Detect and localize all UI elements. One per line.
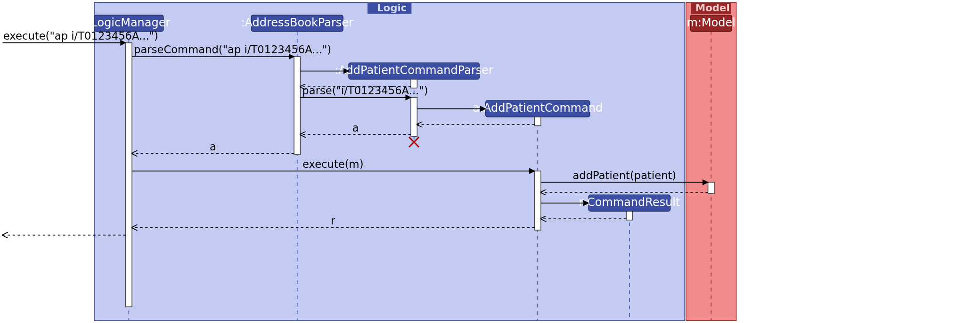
msg-execute-in-label: execute("ap i/T0123456A..."): [3, 30, 158, 42]
participant-command-result-text: r:CommandResult: [579, 196, 680, 209]
msg-return-a2-label: a: [210, 141, 216, 153]
msg-add-patient-label: addPatient(patient): [572, 169, 676, 182]
sequence-diagram: Logic Model :LogicManager :AddressBookPa…: [0, 0, 980, 323]
activation-address-book-parser: [294, 57, 300, 155]
msg-parse-label: parse("i/T0123456A..."): [302, 84, 428, 97]
participant-add-patient-command-parser-text: :AddPatientCommandParser: [335, 64, 493, 77]
frame-logic-label: Logic: [377, 2, 407, 14]
activation-logic-manager: [126, 43, 132, 307]
msg-return-r-label: r: [331, 215, 335, 227]
msg-parse-command-label: parseCommand("ap i/T0123456A..."): [134, 43, 331, 56]
msg-return-a1-label: a: [352, 122, 359, 134]
activation-model: [708, 182, 714, 194]
frame-model-label: Model: [695, 2, 730, 14]
participant-address-book-parser-text: :AddressBookParser: [241, 16, 353, 29]
activation-add-patient-command-parser-parse: [411, 98, 417, 137]
participant-logic-manager-text: :LogicManager: [87, 16, 170, 29]
activation-add-patient-command-create: [535, 117, 541, 126]
msg-execute-m-label: execute(m): [302, 158, 364, 170]
activation-command-result-create: [626, 211, 632, 220]
activation-add-patient-command-execute: [535, 171, 541, 230]
participant-model-text: m:Model: [687, 16, 735, 29]
participant-add-patient-command-text: a:AddPatientCommand: [473, 101, 603, 115]
